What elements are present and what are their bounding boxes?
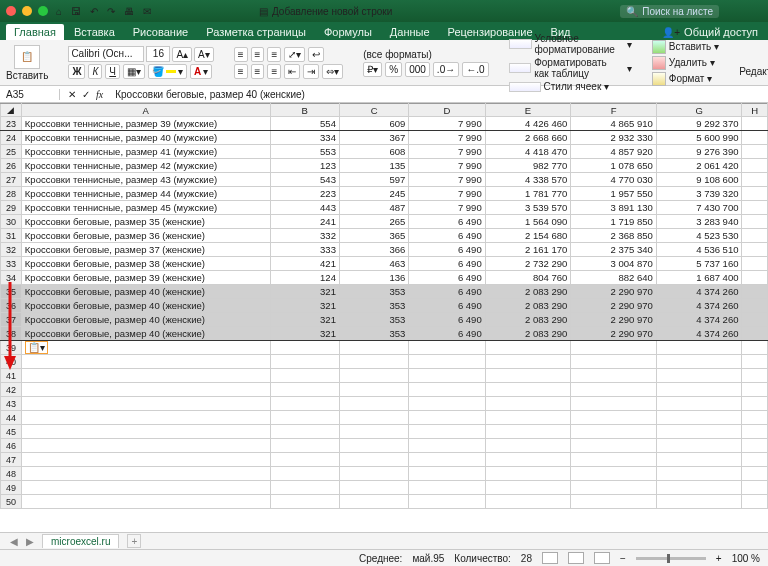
- cell[interactable]: Кроссовки теннисные, размер 40 (мужские): [21, 131, 270, 145]
- zoom-in-button[interactable]: +: [716, 553, 722, 564]
- cell[interactable]: 3 283 940: [656, 215, 742, 229]
- cell[interactable]: [656, 369, 742, 383]
- cell[interactable]: [21, 467, 270, 481]
- cell[interactable]: 2 154 680: [485, 229, 571, 243]
- table-row[interactable]: 43: [1, 397, 768, 411]
- table-row[interactable]: 39📋▾: [1, 341, 768, 355]
- fill-color-button[interactable]: 🪣▾: [148, 64, 187, 79]
- cell[interactable]: 9 292 370: [656, 117, 742, 131]
- cell[interactable]: Кроссовки беговые, размер 37 (женские): [21, 243, 270, 257]
- cell[interactable]: 6 490: [409, 327, 485, 341]
- cell[interactable]: [742, 495, 768, 509]
- table-row[interactable]: 25 Кроссовки теннисные, размер 41 (мужск…: [1, 145, 768, 159]
- cell[interactable]: 982 770: [485, 159, 571, 173]
- view-normal-button[interactable]: [542, 552, 558, 564]
- cell[interactable]: [339, 411, 408, 425]
- cell[interactable]: [485, 341, 571, 355]
- cell[interactable]: 2 061 420: [656, 159, 742, 173]
- cell[interactable]: [742, 257, 768, 271]
- cancel-formula-icon[interactable]: ✕: [68, 89, 76, 100]
- row-header[interactable]: 43: [1, 397, 22, 411]
- cell[interactable]: 4 865 910: [571, 117, 657, 131]
- format-table-button[interactable]: Форматировать как таблицу: [534, 57, 624, 79]
- cell[interactable]: [270, 495, 339, 509]
- cell[interactable]: 7 990: [409, 201, 485, 215]
- cell[interactable]: [21, 481, 270, 495]
- font-size-select[interactable]: 16: [146, 46, 170, 62]
- qat-icon[interactable]: ✉: [143, 6, 151, 17]
- align-right[interactable]: ≡: [267, 64, 281, 79]
- cell[interactable]: [21, 495, 270, 509]
- table-row[interactable]: 35 Кроссовки беговые, размер 40 (женские…: [1, 285, 768, 299]
- row-header[interactable]: 25: [1, 145, 22, 159]
- cell[interactable]: [742, 397, 768, 411]
- cell[interactable]: 5 737 160: [656, 257, 742, 271]
- cell[interactable]: 6 490: [409, 285, 485, 299]
- table-row[interactable]: 49: [1, 481, 768, 495]
- cell[interactable]: [571, 425, 657, 439]
- paste-options-icon[interactable]: 📋▾: [25, 341, 48, 354]
- cell[interactable]: 2 161 170: [485, 243, 571, 257]
- cell[interactable]: [409, 341, 485, 355]
- cell[interactable]: [742, 313, 768, 327]
- cell[interactable]: [742, 285, 768, 299]
- cell[interactable]: 6 490: [409, 299, 485, 313]
- cell[interactable]: 2 083 290: [485, 285, 571, 299]
- cell[interactable]: [409, 383, 485, 397]
- cell[interactable]: 333: [270, 243, 339, 257]
- cell[interactable]: 321: [270, 299, 339, 313]
- table-row[interactable]: 50: [1, 495, 768, 509]
- cell[interactable]: Кроссовки теннисные, размер 39 (мужские): [21, 117, 270, 131]
- cell[interactable]: 1 719 850: [571, 215, 657, 229]
- cell[interactable]: 241: [270, 215, 339, 229]
- cell[interactable]: 3 004 870: [571, 257, 657, 271]
- font-color-button[interactable]: А▾: [190, 64, 212, 79]
- cell[interactable]: [742, 117, 768, 131]
- cell[interactable]: 4 523 530: [656, 229, 742, 243]
- col-header[interactable]: D: [409, 104, 485, 117]
- cell[interactable]: 245: [339, 187, 408, 201]
- cell[interactable]: [485, 369, 571, 383]
- align-center[interactable]: ≡: [251, 64, 265, 79]
- row-header[interactable]: 31: [1, 229, 22, 243]
- increase-font-button[interactable]: A▴: [172, 47, 192, 62]
- accept-formula-icon[interactable]: ✓: [82, 89, 90, 100]
- table-row[interactable]: 42: [1, 383, 768, 397]
- cell[interactable]: 365: [339, 229, 408, 243]
- row-header[interactable]: 46: [1, 439, 22, 453]
- cell[interactable]: 2 375 340: [571, 243, 657, 257]
- comma-button[interactable]: 000: [405, 62, 430, 77]
- cell[interactable]: [742, 341, 768, 355]
- qat-icon[interactable]: 🖫: [71, 6, 81, 17]
- ribbon-tab-4[interactable]: Формулы: [316, 24, 380, 40]
- cell[interactable]: [409, 453, 485, 467]
- wrap-text-button[interactable]: ↩: [308, 47, 324, 62]
- cell[interactable]: [339, 369, 408, 383]
- cell[interactable]: 4 338 570: [485, 173, 571, 187]
- cell[interactable]: 4 857 920: [571, 145, 657, 159]
- cell[interactable]: [656, 383, 742, 397]
- cell[interactable]: 804 760: [485, 271, 571, 285]
- col-header[interactable]: C: [339, 104, 408, 117]
- cell[interactable]: [270, 425, 339, 439]
- cell[interactable]: Кроссовки беговые, размер 40 (женские): [21, 285, 270, 299]
- cell[interactable]: 321: [270, 285, 339, 299]
- cell[interactable]: [656, 397, 742, 411]
- orientation-button[interactable]: ⤢▾: [284, 47, 305, 62]
- dec-decimal[interactable]: ←.0: [462, 62, 488, 77]
- cell[interactable]: 9 108 600: [656, 173, 742, 187]
- cell[interactable]: [270, 439, 339, 453]
- cell[interactable]: 353: [339, 327, 408, 341]
- cell[interactable]: 136: [339, 271, 408, 285]
- cell[interactable]: [339, 495, 408, 509]
- cell[interactable]: [571, 467, 657, 481]
- cell[interactable]: [339, 467, 408, 481]
- cell[interactable]: [21, 425, 270, 439]
- cell[interactable]: 597: [339, 173, 408, 187]
- cell[interactable]: [485, 425, 571, 439]
- row-header[interactable]: 48: [1, 467, 22, 481]
- cell[interactable]: 7 990: [409, 187, 485, 201]
- qat-icon[interactable]: ↷: [107, 6, 115, 17]
- cell[interactable]: 554: [270, 117, 339, 131]
- align-top[interactable]: ≡: [234, 47, 248, 62]
